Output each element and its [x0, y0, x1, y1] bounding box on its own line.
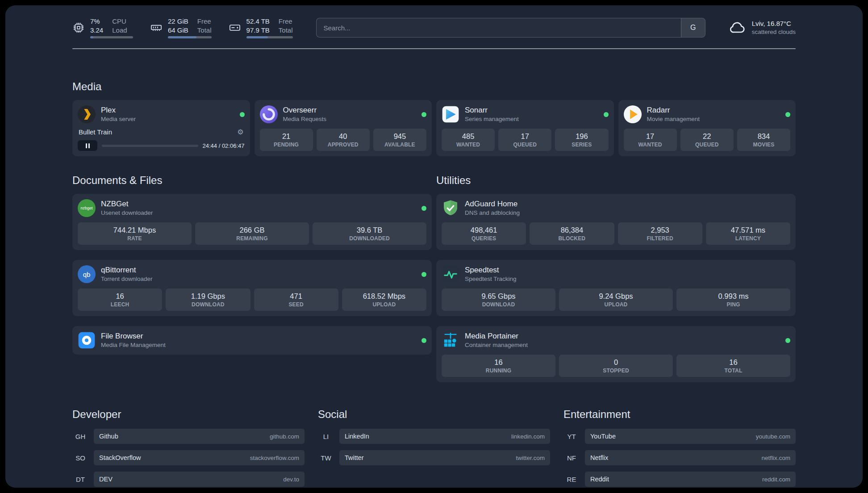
memory-free: 22 GiB: [168, 17, 188, 26]
cpu-load: 3.24: [90, 26, 103, 35]
stat-available: 945 AVAILABLE: [373, 129, 426, 151]
top-bar: 7% 3.24 CPU Load: [72, 17, 796, 38]
bookmark-abbr: GH: [72, 433, 88, 440]
memory-bar: [168, 36, 212, 38]
service-card-qbittorrent[interactable]: qb qBittorrent Torrent downloader 16: [72, 260, 432, 316]
middle-columns: Documents & Files nzbget NZBGet Usenet d…: [72, 174, 796, 382]
speedtest-icon: [442, 265, 459, 283]
bookmark-twitter[interactable]: TW Twitter twitter.com: [318, 450, 550, 465]
memory-label-2: Total: [197, 26, 212, 35]
portainer-icon: [442, 331, 459, 349]
bookmark-stackoverflow[interactable]: SO StackOverflow stackoverflow.com: [72, 450, 305, 465]
service-name: qBittorrent: [101, 265, 153, 275]
status-dot: [421, 272, 426, 277]
bookmark-netflix[interactable]: NF Netflix netflix.com: [563, 450, 796, 465]
stat-total: 16 TOTAL: [676, 355, 790, 377]
service-name: Speedtest: [465, 265, 517, 275]
status-dot: [785, 338, 790, 343]
bookmark-group-entertainment: Entertainment YT YouTube youtube.com NF …: [563, 408, 796, 487]
service-card-filebrowser[interactable]: File Browser Media File Management: [72, 326, 432, 355]
section-title-media: Media: [72, 80, 796, 93]
weather-widget: Lviv, 16.87°C scattered clouds: [729, 19, 796, 37]
service-card-nzbget[interactable]: nzbget NZBGet Usenet downloader 744.21 M…: [72, 194, 432, 250]
service-subtitle: Container management: [465, 342, 528, 349]
cpu-label-1: CPU: [112, 17, 127, 26]
memory-icon: [150, 21, 163, 34]
service-card-plex[interactable]: Plex Media server Bullet Train ⚙ 24:44 /: [72, 100, 250, 156]
stat-seed: 471 SEED: [254, 288, 338, 311]
status-dot: [240, 112, 245, 117]
group-title-entertainment: Entertainment: [563, 408, 796, 421]
bookmark-url: linkedin.com: [511, 433, 545, 440]
stat-stopped: 0 STOPPED: [559, 355, 673, 377]
service-subtitle: Media Requests: [283, 116, 327, 123]
service-name: Overseerr: [283, 105, 327, 115]
service-card-speedtest[interactable]: Speedtest Speedtest Tracking 9.65 Gbps D…: [436, 260, 796, 316]
search-input[interactable]: [317, 18, 681, 37]
disk-free: 52.4 TB: [246, 17, 270, 26]
adguard-icon: [442, 199, 459, 217]
disk-icon: [229, 21, 241, 34]
bookmarks-section: Developer GH Github github.com SO StackO…: [72, 408, 796, 487]
stat-upload: 9.24 Gbps UPLOAD: [559, 288, 673, 311]
service-subtitle: DNS and adblocking: [465, 209, 520, 217]
bookmark-youtube[interactable]: YT YouTube youtube.com: [563, 429, 796, 444]
service-name: Sonarr: [465, 105, 519, 115]
search-provider-button[interactable]: G: [681, 18, 705, 37]
bookmark-abbr: SO: [72, 454, 88, 462]
service-card-portainer[interactable]: Media Portainer Container management 16 …: [436, 326, 796, 382]
svg-text:qb: qb: [83, 271, 91, 278]
now-playing-time: 24:44 / 02:06:47: [203, 142, 245, 149]
search-bar: G: [316, 18, 705, 38]
weather-location: Lviv, 16.87°C: [752, 19, 796, 28]
service-card-adguard[interactable]: AdGuard Home DNS and adblocking 498,461 …: [436, 194, 796, 250]
bookmark-name: DEV: [99, 476, 113, 483]
service-name: NZBGet: [101, 199, 153, 209]
service-subtitle: Usenet downloader: [101, 209, 153, 217]
stat-approved: 40 APPROVED: [317, 129, 370, 151]
service-subtitle: Movie management: [647, 116, 700, 123]
bookmark-name: Netflix: [590, 454, 608, 461]
bookmark-abbr: NF: [563, 454, 580, 462]
resource-widgets: 7% 3.24 CPU Load: [72, 17, 293, 38]
bookmark-linkedin[interactable]: LI LinkedIn linkedin.com: [318, 429, 550, 444]
stat-latency: 47.571 ms LATENCY: [706, 222, 790, 245]
stat-remaining: 266 GB REMAINING: [195, 222, 309, 245]
bookmark-group-developer: Developer GH Github github.com SO StackO…: [72, 408, 305, 487]
svg-text:nzbget: nzbget: [80, 206, 93, 210]
bookmark-reddit[interactable]: RE Reddit reddit.com: [563, 472, 796, 487]
bookmark-url: dev.to: [283, 476, 299, 483]
service-card-radarr[interactable]: Radarr Movie management 17 WANTED 22 QUE…: [618, 100, 796, 156]
memory-total: 64 GiB: [168, 26, 188, 35]
bookmark-github[interactable]: GH Github github.com: [72, 429, 305, 444]
stat-wanted: 17 WANTED: [624, 129, 677, 151]
bookmark-abbr: TW: [318, 454, 334, 462]
bookmark-name: Reddit: [590, 476, 609, 483]
gear-icon[interactable]: ⚙: [237, 128, 243, 136]
bookmark-dev[interactable]: DT DEV dev.to: [72, 472, 305, 487]
stat-blocked: 86,384 BLOCKED: [530, 222, 614, 245]
cpu-percent: 7%: [90, 17, 103, 26]
media-grid: Plex Media server Bullet Train ⚙ 24:44 /: [72, 100, 796, 156]
pause-button[interactable]: [78, 140, 97, 151]
utilities-column: Utilities AdGuard Ho: [436, 174, 796, 382]
bookmark-group-social: Social LI LinkedIn linkedin.com TW Twitt…: [318, 408, 550, 487]
group-title-developer: Developer: [72, 408, 305, 421]
bookmark-name: Github: [99, 433, 118, 440]
bookmark-name: StackOverflow: [99, 454, 141, 461]
stat-movies: 834 MOVIES: [737, 129, 790, 151]
service-name: File Browser: [101, 331, 166, 341]
weather-cloud-icon: [729, 19, 747, 37]
disk-label-2: Total: [279, 26, 293, 35]
service-card-overseerr[interactable]: Overseerr Media Requests 21 PENDING 40 A…: [255, 100, 432, 156]
stat-upload: 618.52 Mbps UPLOAD: [342, 288, 426, 311]
service-card-sonarr[interactable]: Sonarr Series management 485 WANTED 17 Q…: [436, 100, 614, 156]
stat-ping: 0.993 ms PING: [676, 288, 790, 311]
seek-bar[interactable]: [102, 145, 198, 147]
bookmark-name: LinkedIn: [345, 433, 369, 440]
stat-queued: 17 QUEUED: [498, 129, 551, 151]
stat-running: 16 RUNNING: [442, 355, 555, 377]
service-subtitle: Torrent downloader: [101, 276, 153, 283]
memory-bar-fill: [168, 36, 196, 38]
section-title-utilities: Utilities: [436, 174, 796, 187]
